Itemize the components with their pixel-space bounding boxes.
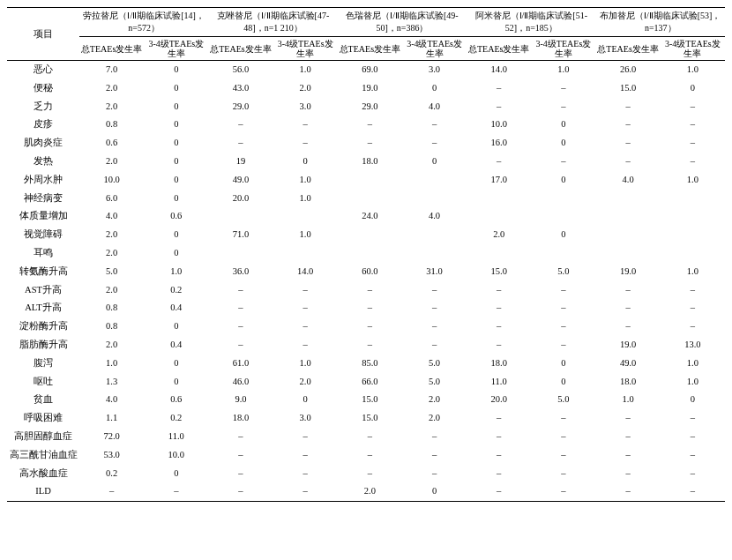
cell-value: 0.2 [144,409,208,428]
row-label: 乏力 [7,98,79,116]
cell-value: 5.0 [531,391,595,409]
cell-value: 56.0 [208,61,273,79]
cell-value [531,190,595,208]
cell-value: – [661,446,725,465]
row-label: 呼吸困难 [7,409,79,428]
cell-value: – [531,281,595,300]
header-drug-4: 布加替尼（Ⅰ/Ⅱ期临床试验[53]，n=137） [596,8,726,37]
cell-value: – [531,153,595,171]
cell-value: – [596,465,661,483]
table-row: 乏力2.0029.03.029.04.0–––– [7,98,725,116]
cell-value: – [273,134,338,153]
cell-value: 0 [144,226,208,244]
cell-value: 0 [402,153,467,171]
cell-value: – [338,336,402,355]
cell-value: 69.0 [338,61,402,79]
cell-value: – [273,428,338,446]
cell-value: 0 [144,465,208,483]
table-row: 淀粉酶升高0.80–––––––– [7,317,725,336]
cell-value: – [531,482,595,501]
row-label: 神经病变 [7,190,79,208]
cell-value: – [402,134,467,153]
cell-value: 36.0 [208,263,273,281]
cell-value: 14.0 [467,61,531,79]
cell-value: 15.0 [467,263,531,281]
cell-value: 3.0 [273,98,338,116]
cell-value [338,190,402,208]
cell-value: 3.0 [273,409,338,428]
cell-value: – [273,446,338,465]
cell-value: 0 [144,244,208,263]
cell-value [596,226,661,244]
row-label: 皮疹 [7,116,79,134]
cell-value: 0 [144,61,208,79]
cell-value: 66.0 [338,373,402,392]
subheader-g34: 3-4级TEAEs发生率 [531,37,595,61]
cell-value: – [467,336,531,355]
cell-value: 19.0 [596,336,661,355]
table-row: ILD––––2.00–––– [7,482,725,501]
cell-value: – [273,482,338,501]
cell-value: – [208,299,273,317]
cell-value: – [144,482,208,501]
cell-value: – [467,482,531,501]
cell-value: – [208,482,273,501]
cell-value: – [661,317,725,336]
cell-value: – [402,299,467,317]
cell-value: 2.0 [402,409,467,428]
cell-value: 19 [208,153,273,171]
row-label: 淀粉酶升高 [7,317,79,336]
table-row: 呼吸困难1.10.218.03.015.02.0–––– [7,409,725,428]
cell-value: 49.0 [208,171,273,190]
cell-value: 0 [273,153,338,171]
table-row: 高水酸血症0.20–––––––– [7,465,725,483]
cell-value: 0.8 [79,317,144,336]
cell-value: 71.0 [208,226,273,244]
cell-value: 29.0 [208,98,273,116]
cell-value: – [273,281,338,300]
table-row: 贫血4.00.69.0015.02.020.05.01.00 [7,391,725,409]
row-label: 发热 [7,153,79,171]
cell-value: 0 [402,482,467,501]
row-label: 高胆固醇血症 [7,428,79,446]
cell-value: 18.0 [208,409,273,428]
cell-value [467,207,531,226]
cell-value: – [208,336,273,355]
cell-value: 24.0 [338,207,402,226]
cell-value: 0 [144,171,208,190]
cell-value: 20.0 [208,190,273,208]
cell-value: – [273,465,338,483]
cell-value: 0.6 [144,207,208,226]
cell-value [531,207,595,226]
teae-comparison-table: 项目 劳拉替尼（Ⅰ/Ⅱ期临床试验[14]，n=572） 克唑替尼（Ⅰ/Ⅱ期临床试… [7,7,725,502]
subheader-total: 总TEAEs发生率 [208,37,273,61]
cell-value: – [467,428,531,446]
header-drug-2: 色瑞替尼（Ⅰ/Ⅱ期临床试验[49-50]，n=386） [338,8,467,37]
cell-value [208,244,273,263]
header-drug-0: 劳拉替尼（Ⅰ/Ⅱ期临床试验[14]，n=572） [79,8,208,37]
cell-value: – [531,336,595,355]
subheader-total: 总TEAEs发生率 [338,37,402,61]
cell-value: – [661,465,725,483]
cell-value: 4.0 [402,98,467,116]
cell-value: – [596,98,661,116]
cell-value: 1.0 [273,61,338,79]
cell-value: 10.0 [79,171,144,190]
cell-value: 60.0 [338,263,402,281]
cell-value: – [467,409,531,428]
cell-value: – [402,336,467,355]
cell-value [467,244,531,263]
cell-value: 0 [273,391,338,409]
cell-value: 19.0 [338,79,402,98]
cell-value: – [531,98,595,116]
cell-value [661,190,725,208]
cell-value: – [467,299,531,317]
cell-value: 10.0 [144,446,208,465]
cell-value: – [467,446,531,465]
cell-value [402,226,467,244]
row-label: 高三酰甘油血症 [7,446,79,465]
cell-value: – [661,409,725,428]
cell-value: 1.0 [531,61,595,79]
cell-value: 5.0 [531,263,595,281]
cell-value: – [402,428,467,446]
